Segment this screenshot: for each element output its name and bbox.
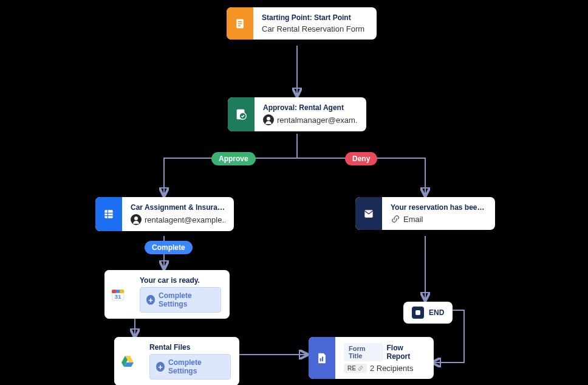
end-icon — [412, 307, 424, 319]
complete-settings-button[interactable]: + Complete Settings — [149, 354, 231, 380]
svg-text:31: 31 — [115, 293, 121, 300]
node-subtitle: Email — [391, 214, 487, 224]
svg-rect-11 — [104, 210, 112, 218]
node-subtitle: RE 2 Recipients — [344, 364, 425, 373]
link-icon — [391, 214, 400, 224]
node-title: Approval: Rental Agent — [263, 103, 358, 112]
form-title-tag: Form Title — [344, 343, 383, 361]
calendar-icon: 31 — [104, 270, 131, 319]
recipient-pill: RE — [344, 364, 367, 373]
node-title: Your reservation has been de... — [391, 203, 487, 212]
node-denied[interactable]: Your reservation has been de... Email — [355, 197, 495, 230]
badge-approve: Approve — [211, 152, 256, 165]
user-icon — [131, 214, 142, 225]
node-subtitle: Car Rental Reservation Form — [262, 24, 368, 33]
end-label: END — [429, 308, 444, 317]
node-approval[interactable]: Approval: Rental Agent rentalmanager@exa… — [228, 97, 366, 131]
plus-icon: + — [146, 295, 155, 305]
node-title: Car Assignment & Insurance — [131, 203, 225, 212]
badge-deny: Deny — [345, 152, 377, 165]
badge-complete: Complete — [145, 241, 193, 254]
approval-icon — [228, 97, 255, 131]
node-flow-report[interactable]: Form Title Flow Report RE 2 Recipients — [309, 337, 434, 379]
user-icon — [263, 114, 274, 125]
svg-rect-21 — [322, 356, 323, 361]
node-car-ready[interactable]: 31 Your car is ready. + Complete Setting… — [104, 270, 230, 319]
form-icon — [227, 7, 253, 40]
node-subtitle: rentalmanager@exam... — [263, 114, 358, 125]
node-start[interactable]: Starting Point: Start Point Car Rental R… — [227, 7, 377, 40]
node-title: Rental Files — [149, 343, 231, 352]
flow-report-label: Flow Report — [387, 344, 425, 361]
node-title: Your car is ready. — [140, 276, 221, 285]
node-title: Starting Point: Start Point — [262, 13, 368, 22]
plus-icon: + — [156, 362, 165, 372]
node-subtitle: rentalagent@example.... — [131, 214, 225, 225]
svg-rect-20 — [320, 358, 321, 361]
complete-settings-button[interactable]: + Complete Settings — [140, 287, 221, 313]
email-icon — [355, 197, 382, 230]
drive-icon — [114, 337, 141, 385]
table-icon — [95, 197, 122, 231]
report-icon — [309, 337, 335, 379]
node-end[interactable]: END — [403, 302, 453, 324]
node-rental-files[interactable]: Rental Files + Complete Settings — [114, 337, 239, 385]
node-car-assignment[interactable]: Car Assignment & Insurance rentalagent@e… — [95, 197, 234, 231]
